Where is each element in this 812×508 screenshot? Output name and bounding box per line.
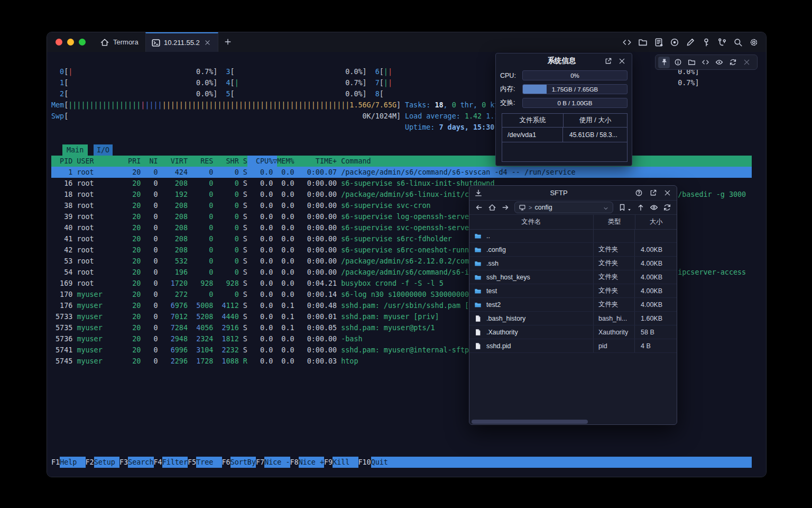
meter-row: 交换:0 B / 1.00GB [500,98,628,108]
file-row[interactable]: .bash_historybash_hi...1.60KB [469,312,677,325]
close-icon[interactable] [618,57,626,65]
file-name: .bash_history [486,315,525,322]
file-row[interactable]: .config文件夹4.00KB [469,243,677,257]
bookmark-button[interactable] [618,203,632,212]
process-table-header[interactable]: PID USER PRI NI VIRT RES SHR S CPU%▽MEM%… [51,156,752,167]
keychain-icon[interactable] [717,38,727,47]
search-icon[interactable] [733,38,743,47]
close-icon[interactable] [741,57,752,68]
chevron-down-icon[interactable] [603,204,609,211]
fn-key-label: F6 [222,457,230,468]
gpu-icon[interactable] [713,57,725,68]
close-icon[interactable] [663,189,671,197]
log-icon[interactable] [654,38,663,47]
file-row[interactable]: .. [469,229,677,243]
process-row[interactable]: 41 root 20 0 208 0 0 S 0.0 0.0 0:00.00 s… [51,233,452,244]
process-row[interactable]: 5733 myuser 20 0 7012 5208 4440 S 0.0 0.… [51,311,439,322]
key-icon[interactable] [702,38,711,47]
file-type [593,229,634,242]
meter-value: 0 B / 1.00GB [523,98,627,107]
process-row[interactable]: 170 myuser 20 0 272 0 0 S 0.0 0.0 0:00.1… [51,289,529,300]
htop-tab-main[interactable]: Main [62,144,88,156]
fn-f8-button[interactable]: Nice + [299,457,324,468]
folder-icon[interactable] [638,38,648,47]
upload-icon[interactable] [636,203,645,212]
process-row[interactable]: 38 root 20 0 208 0 0 S 0.0 0.0 0:00.00 s… [51,200,431,211]
process-row[interactable]: 5736 myuser 20 0 2948 2324 1812 S 0.0 0.… [51,333,363,344]
fn-key-label: F7 [256,457,264,468]
process-row[interactable]: 40 root 20 0 208 0 0 S 0.0 0.0 0:00.00 s… [51,222,473,233]
fn-f9-button[interactable]: Kill [333,457,358,468]
col-filename[interactable]: 文件名 [469,215,593,229]
settings-icon[interactable] [749,38,759,47]
caret-down-icon [627,205,632,210]
pin-icon[interactable] [658,57,670,68]
traffic-light-minimize[interactable] [67,39,74,46]
process-row[interactable]: 5741 myuser 20 0 6996 3104 2232 S 0.0 0.… [51,344,469,356]
refresh-icon[interactable] [727,57,739,68]
fn-f10-button[interactable]: Quit [371,457,752,468]
fn-f3-button[interactable]: Search [128,457,153,468]
open-in-window-icon[interactable] [604,57,612,65]
process-row[interactable]: 5745 myuser 20 0 2296 1728 1088 R 0.0 0.… [51,356,358,367]
process-row[interactable]: 169 root 20 0 1720 928 928 S 0.0 0.0 0:0… [51,278,444,289]
process-row[interactable]: 5735 myuser 20 0 7284 4056 2916 S 0.0 0.… [51,322,435,333]
file-row[interactable]: sshd.pidpid4 B [469,339,677,353]
folder-icon[interactable] [686,57,697,68]
system-info-title: 系统信息 [496,56,604,66]
horizontal-scrollbar[interactable] [472,420,588,424]
fn-f6-button[interactable]: SortBy [230,457,256,468]
fn-key-label: F9 [324,457,333,468]
file-row[interactable]: .ssh文件夹4.00KB [469,257,677,270]
home-icon[interactable] [488,203,496,212]
fn-f7-button[interactable]: Nice - [264,457,290,468]
system-info-panel: 系统信息 CPU:0%内存:1.75GB / 7.65GB交换:0 B / 1.… [495,53,632,166]
fn-f2-button[interactable]: Setup [94,457,119,468]
system-info-titlebar: 系统信息 [496,53,632,68]
tab-bar: Termora 10.211.55.2 [47,32,766,52]
folder-icon [474,246,482,253]
file-icon [474,315,482,322]
edit-icon[interactable] [686,38,695,47]
refresh-icon[interactable] [663,203,671,212]
record-icon[interactable] [670,38,679,47]
tab-termora-home[interactable]: Termora [93,32,146,52]
meter-row: CPU:0% [500,70,628,80]
traffic-light-zoom[interactable] [79,39,86,46]
htop-tab-io[interactable]: I/O [94,144,113,156]
file-size: 4.00KB [634,270,677,284]
show-hidden-icon[interactable] [650,203,658,212]
download-icon[interactable] [474,189,483,197]
info-icon[interactable] [672,57,684,68]
file-row[interactable]: .XauthorityXauthority58 B [469,325,677,339]
process-row[interactable]: 16 root 20 0 208 0 0 S 0.0 0.0 0:00.00 s… [51,178,494,189]
process-row[interactable]: 42 root 20 0 208 0 0 S 0.0 0.0 0:00.00 s… [51,244,477,256]
file-row[interactable]: ssh_host_keys文件夹4.00KB [469,270,677,284]
file-row[interactable]: test2文件夹4.00KB [469,298,677,312]
tab-close-icon[interactable] [204,39,211,46]
fn-f1-button[interactable]: Help [60,457,85,468]
path-breadcrumb[interactable]: > config [514,202,613,213]
new-tab-button[interactable] [224,38,232,46]
code-icon[interactable] [622,38,632,47]
fn-key-label: F2 [86,457,94,468]
file-row[interactable]: test文件夹4.00KB [469,284,677,298]
help-icon[interactable] [635,189,643,197]
traffic-light-close[interactable] [56,39,62,46]
col-size[interactable]: 大小 [635,215,677,229]
active-tab-title: 10.211.55.2 [164,39,200,47]
code-icon[interactable] [699,57,711,68]
process-row[interactable]: 1 root 20 0 424 0 0 S 0.0 0.0 0:00.07 /p… [51,167,752,178]
folder-icon [474,274,482,281]
tab-active-session[interactable]: 10.211.55.2 [145,32,218,52]
fn-f5-button[interactable]: Tree [196,457,222,468]
process-row[interactable]: 39 root 20 0 208 0 0 S 0.0 0.0 0:00.00 s… [51,211,473,222]
filesystem-table-header: 文件系统 使用 / 大小 [502,114,627,128]
fn-f4-button[interactable]: Filter [162,457,188,468]
meter-value: 1.75GB / 7.65GB [523,85,627,94]
col-type[interactable]: 类型 [593,215,635,229]
back-icon[interactable] [475,203,483,212]
file-icon [474,329,482,336]
forward-icon[interactable] [501,203,510,212]
open-in-window-icon[interactable] [649,189,657,197]
